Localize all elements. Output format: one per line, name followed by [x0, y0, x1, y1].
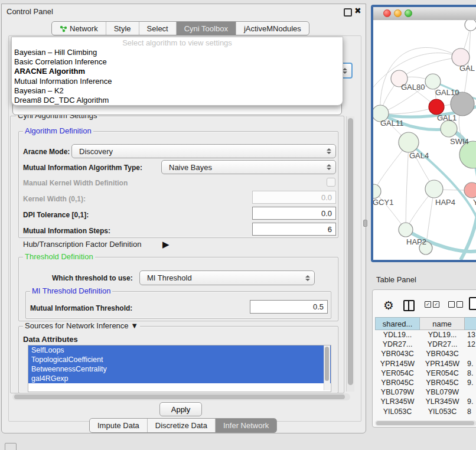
table-row[interactable]: YER054CYER054C8.: [375, 369, 476, 378]
table-cell[interactable]: YDL19...: [375, 331, 420, 339]
dropdown-item[interactable]: Basic Correlation Inference: [12, 57, 343, 67]
table-cell[interactable]: YPR145W: [375, 360, 420, 368]
apply-button[interactable]: Apply: [159, 402, 202, 416]
mi-steps-field[interactable]: 6: [252, 223, 336, 236]
settings-hscroll-thumb[interactable]: [14, 394, 345, 399]
table-settings-gear-icon[interactable]: ⚙: [383, 298, 394, 312]
tab-infer-network[interactable]: Infer Network: [215, 419, 276, 432]
network-node[interactable]: [441, 120, 457, 137]
mi-threshold-field[interactable]: 0.5: [250, 300, 328, 314]
network-canvas[interactable]: GALGAL80GAL10GAL1GAL11SWI4GAL4GCY1HAP4YH…: [373, 20, 476, 260]
tab-discretize-data[interactable]: Discretize Data: [147, 419, 215, 432]
close-window-icon[interactable]: [383, 9, 391, 17]
table-cell[interactable]: YDR27...: [420, 340, 465, 348]
table-cell[interactable]: YLR345W: [375, 397, 420, 406]
table-cell[interactable]: 12: [465, 340, 476, 348]
table-cell[interactable]: YBR045C: [375, 379, 420, 387]
list-item[interactable]: BetweennessCentrality: [28, 364, 331, 374]
list-item[interactable]: gal4RGexp: [28, 374, 331, 383]
manual-kernel-width-checkbox[interactable]: [327, 178, 335, 187]
tab-style[interactable]: Style: [106, 22, 139, 35]
table-cell[interactable]: 8: [465, 407, 476, 416]
unselect-all-columns-icon[interactable]: [448, 301, 463, 308]
dropdown-item[interactable]: Dream8 DC_TDC Algorithm: [12, 96, 343, 105]
aracne-mode-combobox[interactable]: Discovery: [71, 144, 336, 158]
table-row[interactable]: YDR27...YDR27...12: [375, 340, 476, 349]
kernel-width-field[interactable]: 0.0: [252, 191, 336, 204]
column-header-name[interactable]: name: [420, 317, 465, 330]
table-cell[interactable]: YDL19...: [420, 331, 465, 339]
table-cell[interactable]: YIL053C: [375, 407, 420, 416]
network-node[interactable]: [465, 20, 476, 31]
table-cell[interactable]: 8.: [465, 369, 476, 377]
list-scrollbar[interactable]: [324, 345, 330, 390]
table-cell[interactable]: YER054C: [375, 369, 420, 377]
pane-splitter-grip[interactable]: [363, 220, 367, 227]
table-horizontal-scrollbar[interactable]: [375, 420, 476, 426]
tab-select[interactable]: Select: [139, 22, 176, 35]
table-row[interactable]: YPR145WYPR145W9.: [375, 359, 476, 369]
dropdown-item[interactable]: Bayesian – K2: [12, 86, 343, 96]
network-node[interactable]: [425, 180, 443, 198]
dropdown-item[interactable]: Bayesian – Hill Climbing: [12, 48, 343, 57]
table-cell[interactable]: 9.: [465, 379, 476, 387]
network-node[interactable]: [399, 223, 413, 237]
tab-label: Discretize Data: [155, 421, 207, 430]
minimize-window-icon[interactable]: [394, 9, 402, 17]
table-row[interactable]: YBL079WYBL079W: [375, 387, 476, 397]
close-panel-icon[interactable]: ✖: [354, 6, 361, 15]
table-row[interactable]: YIL053CYIL053C8: [375, 407, 476, 416]
list-item[interactable]: TopologicalCoefficient: [28, 355, 331, 364]
float-panel-icon[interactable]: [344, 8, 352, 17]
settings-vscroll-thumb[interactable]: [348, 118, 353, 385]
network-node[interactable]: [464, 182, 476, 198]
table-row[interactable]: YBR045CYBR045C9.: [375, 378, 476, 387]
new-column-icon[interactable]: [469, 297, 476, 310]
table-hscroll-thumb[interactable]: [376, 421, 474, 425]
sources-collapse-icon[interactable]: ▼: [131, 321, 138, 330]
settings-vertical-scrollbar[interactable]: [346, 116, 354, 392]
column-header-partial[interactable]: A: [465, 317, 476, 330]
tab-network[interactable]: Network: [52, 22, 106, 35]
dpi-tolerance-field[interactable]: 0.0: [252, 207, 336, 220]
table-cell[interactable]: 9.: [465, 397, 476, 406]
tab-impute-data[interactable]: Impute Data: [90, 419, 147, 432]
table-row[interactable]: YLR345WYLR345W9.: [375, 397, 476, 406]
algorithm-dropdown-popup: Select algorithm to view settings Bayesi…: [11, 37, 343, 106]
table-cell[interactable]: YDR27...: [375, 340, 420, 348]
dropdown-item[interactable]: Mutual Information Inference: [12, 77, 343, 86]
list-item[interactable]: SelfLoops: [28, 345, 331, 355]
table-cell[interactable]: YBR045C: [420, 379, 465, 387]
table-cell[interactable]: 9.: [465, 360, 476, 368]
table-cell[interactable]: 13: [465, 331, 476, 339]
list-scrollbar-thumb[interactable]: [325, 347, 329, 381]
table-cell[interactable]: YBR043C: [375, 350, 420, 358]
table-cell[interactable]: YBR043C: [420, 350, 465, 358]
network-node[interactable]: [429, 99, 444, 115]
table-cell[interactable]: YER054C: [420, 369, 465, 377]
select-all-columns-icon[interactable]: ✓ ✓: [425, 301, 439, 308]
hub-expander-icon[interactable]: ▶: [162, 239, 169, 250]
stepper-arrows-icon: [305, 275, 310, 281]
network-window-titlebar[interactable]: [373, 7, 476, 21]
zoom-window-icon[interactable]: [405, 9, 412, 17]
table-row[interactable]: YDL19...YDL19...13: [375, 330, 476, 340]
network-node[interactable]: [425, 74, 441, 89]
bottom-left-corner-button[interactable]: [5, 443, 17, 450]
settings-horizontal-scrollbar[interactable]: [12, 393, 350, 400]
tab-cyni-toolbox[interactable]: Cyni Toolbox: [176, 22, 236, 35]
which-threshold-combobox[interactable]: MI Threshold: [139, 270, 315, 285]
network-node[interactable]: [399, 132, 419, 152]
mi-algorithm-type-combobox[interactable]: Naive Bayes: [161, 160, 336, 174]
table-cell[interactable]: YBL079W: [420, 388, 465, 396]
show-columns-icon[interactable]: [403, 300, 415, 311]
table-cell[interactable]: YIL053C: [420, 407, 465, 416]
tab-jactivemnodules[interactable]: jActiveMNodules: [236, 22, 309, 35]
table-row[interactable]: YBR043CYBR043C: [375, 349, 476, 358]
table-cell[interactable]: YPR145W: [420, 360, 465, 368]
table-cell[interactable]: YBL079W: [375, 388, 420, 396]
network-node[interactable]: [373, 184, 381, 198]
table-cell[interactable]: YLR345W: [420, 397, 465, 406]
dropdown-item-aracne[interactable]: ARACNE Algorithm: [12, 67, 343, 76]
column-header-shared-name[interactable]: shared...: [375, 317, 420, 330]
